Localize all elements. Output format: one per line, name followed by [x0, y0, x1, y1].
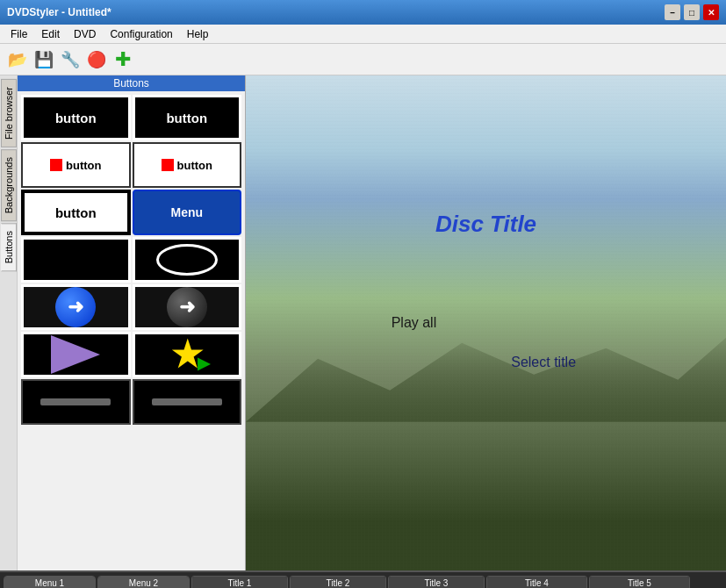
filmstrip-title5[interactable]: Title 5 Slideshow (1 image): [589, 576, 690, 588]
filmstrip-menu2[interactable]: Menu 2: [97, 576, 190, 588]
thin-bar-shape-1: [40, 398, 111, 405]
filmstrip-menu1[interactable]: Menu 1 Disc Title Play all Select title: [4, 576, 96, 588]
btn-star-yellow[interactable]: ★ ▶: [133, 332, 242, 377]
save-button[interactable]: 💾: [32, 47, 56, 72]
maximize-button[interactable]: □: [684, 4, 700, 20]
ellipse-shape: [156, 244, 218, 276]
btn-red-dot-inner-2: button: [134, 144, 241, 186]
btn-arrow-purple[interactable]: [21, 332, 131, 377]
main-layout: File browser Backgrounds Buttons Buttons…: [0, 75, 726, 570]
disc-title[interactable]: Disc Title: [435, 211, 536, 238]
preview-area[interactable]: Disc Title Play all Select title: [246, 75, 726, 570]
minimize-button[interactable]: –: [665, 4, 680, 20]
title3-header: Title 3: [389, 577, 484, 588]
red-dot-icon-1: [50, 159, 62, 171]
btn-red-dot-2[interactable]: button: [133, 142, 242, 188]
menu-configuration[interactable]: Configuration: [103, 26, 179, 42]
btn-label-2: button: [166, 111, 207, 125]
btn-blue-menu[interactable]: Menu: [133, 190, 242, 235]
play-all-button[interactable]: Play all: [392, 315, 437, 331]
filmstrip-title4[interactable]: Title 4 Slideshow (1 image): [486, 576, 587, 588]
title5-header: Title 5: [590, 577, 689, 588]
arrow-blue-circle: ➜: [55, 287, 96, 327]
burn-button[interactable]: 🔴: [84, 47, 109, 72]
btn-black-square[interactable]: [21, 237, 131, 283]
btn-red-dot-1[interactable]: button: [21, 142, 131, 188]
star-container: ★ ▶: [171, 334, 203, 375]
btn-ellipse[interactable]: [133, 237, 242, 283]
menu-file[interactable]: File: [4, 26, 34, 42]
panel-content: Buttons button button button: [18, 75, 246, 570]
thin-bar-shape-2: [152, 398, 222, 405]
title4-header: Title 4: [487, 577, 586, 588]
btn-label-1: button: [55, 111, 97, 125]
green-triangle-icon: ▶: [198, 354, 210, 373]
btn-black-bold[interactable]: button: [21, 190, 131, 235]
btn-label-3: button: [66, 159, 101, 172]
app-title: DVDStyler - Untitled*: [7, 6, 111, 18]
menu-help[interactable]: Help: [180, 26, 216, 42]
btn-arrow-dark[interactable]: ➜: [133, 284, 242, 330]
tab-backgrounds[interactable]: Backgrounds: [1, 149, 17, 221]
filmstrip-title1[interactable]: Title 1 Bear: [191, 576, 288, 588]
texture-overlay: [246, 75, 726, 570]
panel-scroll[interactable]: button button button: [18, 91, 245, 570]
menubar: File Edit DVD Configuration Help: [0, 25, 726, 44]
menu-edit[interactable]: Edit: [34, 26, 67, 42]
left-panel: File browser Backgrounds Buttons Buttons…: [0, 75, 246, 570]
btn-outline-white-2[interactable]: button: [133, 95, 242, 140]
title2-header: Title 2: [291, 577, 385, 588]
arrow-purple-icon: [51, 335, 100, 374]
btn-arrow-blue[interactable]: ➜: [21, 284, 131, 330]
btn-label-6: Menu: [170, 205, 203, 219]
btn-label-5: button: [55, 205, 97, 220]
add-button[interactable]: ✚: [111, 47, 135, 72]
btn-thin-bar-2[interactable]: [133, 379, 242, 425]
filmstrip-title2[interactable]: Title 2 Butterfly: [290, 576, 386, 588]
button-grid: button button button: [18, 91, 245, 428]
btn-outline-white[interactable]: button: [21, 95, 131, 140]
tab-buttons[interactable]: Buttons: [1, 223, 17, 271]
filmstrip: Menu 1 Disc Title Play all Select title …: [0, 570, 726, 588]
settings-button[interactable]: 🔧: [58, 47, 83, 72]
menu2-title: Menu 2: [98, 577, 189, 588]
tab-file-browser[interactable]: File browser: [1, 79, 17, 147]
arrow-purple-shape: [51, 335, 100, 374]
btn-red-dot-inner-1: button: [23, 144, 129, 186]
btn-label-4: button: [177, 159, 212, 172]
close-button[interactable]: ✕: [703, 4, 719, 20]
toolbar: 📂 💾 🔧 🔴 ✚: [0, 44, 726, 75]
title1-header: Title 1: [192, 577, 287, 588]
panel-header: Buttons: [18, 75, 245, 91]
menu1-title: Menu 1: [4, 577, 95, 588]
filmstrip-title3[interactable]: Title 3 Lake: [388, 576, 485, 588]
titlebar-controls: – □ ✕: [665, 4, 719, 20]
red-dot-icon-2: [162, 159, 174, 171]
menu-dvd[interactable]: DVD: [67, 26, 103, 42]
btn-thin-bar-1[interactable]: [21, 379, 131, 425]
vertical-tabs: File browser Backgrounds Buttons: [0, 75, 18, 570]
select-title-button[interactable]: Select title: [511, 355, 576, 370]
preview-canvas: Disc Title Play all Select title: [246, 75, 726, 570]
arrow-dark-circle: ➜: [167, 287, 207, 327]
open-button[interactable]: 📂: [5, 47, 30, 72]
titlebar: DVDStyler - Untitled* – □ ✕: [0, 0, 726, 25]
